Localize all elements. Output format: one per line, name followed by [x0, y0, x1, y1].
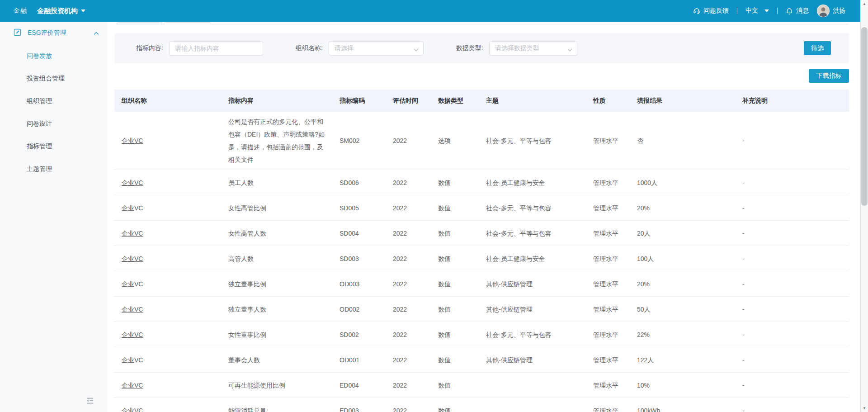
table-cell: 管理水平 — [586, 322, 630, 347]
sidebar-item-link[interactable]: 指标管理 — [0, 135, 107, 157]
table-cell: - — [735, 246, 849, 271]
table-cell: 50人 — [630, 297, 735, 322]
data-type-select[interactable]: 请选择数据类型 — [489, 41, 577, 56]
table-cell: - — [735, 373, 849, 398]
table-cell: 企业VC — [114, 373, 221, 398]
tabs-strip-clipped — [114, 22, 849, 25]
app-logo: 金融 — [14, 7, 27, 15]
column-header: 组织名称 — [114, 90, 221, 112]
table-cell: 20% — [630, 195, 735, 221]
messages-button[interactable]: 消息 — [786, 7, 809, 15]
user-menu[interactable]: 洪扬 — [817, 5, 845, 17]
table-cell: 社会-多元、平等与包容 — [479, 221, 586, 246]
tab-active-clipped[interactable] — [117, 22, 162, 25]
table-cell: 公司是否有正式的多元化、公平和包容（DEI）政策、声明或策略?如是，请描述，包括… — [221, 112, 332, 170]
org-name-link[interactable]: 企业VC — [122, 230, 143, 237]
table-cell: 管理水平 — [586, 398, 630, 412]
org-name-link[interactable]: 企业VC — [122, 356, 143, 364]
table-cell: 数值 — [431, 271, 479, 297]
tabs-baseline — [211, 24, 849, 24]
org-name-link[interactable]: 企业VC — [122, 137, 143, 144]
caret-down-icon — [764, 9, 769, 12]
org-switcher[interactable]: 金融投资机构 — [37, 7, 85, 15]
indicator-content-label: 指标内容: — [136, 44, 163, 52]
table-cell: SD006 — [332, 170, 386, 195]
table-cell: 2022 — [386, 246, 431, 271]
table-row: 企业VC公司是否有正式的多元化、公平和包容（DEI）政策、声明或策略?如是，请描… — [114, 112, 849, 170]
org-name-select-placeholder: 请选择 — [335, 44, 354, 52]
username: 洪扬 — [833, 7, 845, 15]
column-header: 性质 — [586, 90, 630, 112]
filter-data-type: 数据类型: 请选择数据类型 — [456, 41, 577, 56]
filter-button[interactable]: 筛选 — [804, 41, 831, 55]
table-cell: 10% — [630, 373, 735, 398]
divider — [737, 8, 737, 14]
org-switcher-label: 金融投资机构 — [37, 7, 78, 15]
column-header: 数据类型 — [431, 90, 479, 112]
download-indicators-button[interactable]: 下载指标 — [809, 69, 849, 83]
sidebar-item-link[interactable]: 主题管理 — [0, 157, 107, 180]
org-name-link[interactable]: 企业VC — [122, 255, 143, 262]
feedback-button[interactable]: 问题反馈 — [693, 7, 729, 15]
table-cell: OD003 — [332, 271, 386, 297]
table-row: 企业VC独立董事人数OD0022022数值其他-供应链管理管理水平50人- — [114, 297, 849, 322]
language-switcher[interactable]: 中文 — [745, 7, 769, 15]
indicators-table-wrapper: 组织名称指标内容指标编码评估时间数据类型主题性质填报结果补充说明 企业VC公司是… — [114, 90, 849, 412]
indicator-content-input[interactable] — [169, 41, 263, 56]
table-cell: 数值 — [431, 373, 479, 398]
table-cell: - — [735, 347, 849, 373]
org-name-link[interactable]: 企业VC — [122, 382, 143, 389]
org-name-link[interactable]: 企业VC — [122, 331, 143, 338]
tab-clipped[interactable] — [164, 22, 211, 25]
table-cell: 女性高管人数 — [221, 221, 332, 246]
data-type-label: 数据类型: — [456, 44, 483, 52]
sidebar-item-active[interactable]: 问卷发放 — [0, 44, 107, 67]
table-cell: 20人 — [630, 221, 735, 246]
table-cell: 100人 — [630, 246, 735, 271]
sidebar-item-link[interactable]: 组织管理 — [0, 90, 107, 112]
collapse-sidebar-button[interactable] — [84, 395, 96, 407]
table-cell: 社会-多元、平等与包容 — [479, 195, 586, 221]
messages-label: 消息 — [796, 7, 809, 15]
table-cell: 数值 — [431, 398, 479, 412]
scrollbar-thumb[interactable] — [861, 27, 868, 206]
table-row: 企业VC女性董事比例SD0022022数值社会-多元、平等与包容管理水平22%- — [114, 322, 849, 347]
scroll-down-arrow-icon[interactable]: ▼ — [861, 404, 868, 412]
indicators-table: 组织名称指标内容指标编码评估时间数据类型主题性质填报结果补充说明 企业VC公司是… — [114, 90, 849, 412]
caret-down-icon — [81, 9, 85, 12]
column-header: 指标内容 — [221, 90, 332, 112]
org-name-link[interactable]: 企业VC — [122, 306, 143, 313]
scroll-up-arrow-icon[interactable]: ▲ — [861, 0, 868, 8]
table-cell: 选项 — [431, 112, 479, 170]
filter-indicator-content: 指标内容: — [136, 41, 263, 56]
table-cell: - — [735, 170, 849, 195]
org-name-link[interactable]: 企业VC — [122, 407, 143, 412]
topbar-right-group: 问题反馈 中文 消息 洪扬 — [693, 5, 845, 17]
table-cell: 其他-供应链管理 — [479, 297, 586, 322]
table-cell: ED003 — [332, 398, 386, 412]
table-cell: 女性高管比例 — [221, 195, 332, 221]
table-cell: SD005 — [332, 195, 386, 221]
table-row: 企业VC女性高管比例SD0052022数值社会-多元、平等与包容管理水平20%- — [114, 195, 849, 221]
org-name-link[interactable]: 企业VC — [122, 179, 143, 186]
table-cell: 管理水平 — [586, 195, 630, 221]
chevron-down-icon — [414, 46, 419, 53]
column-header: 补充说明 — [735, 90, 849, 112]
bell-icon — [786, 7, 793, 15]
column-header: 主题 — [479, 90, 586, 112]
org-name-link[interactable]: 企业VC — [122, 204, 143, 212]
table-cell: 100kWh — [630, 398, 735, 412]
vertical-scrollbar[interactable]: ▲ ▼ — [860, 0, 868, 412]
table-cell: 高管人数 — [221, 246, 332, 271]
table-cell: - — [735, 112, 849, 170]
sidebar-section-esg[interactable]: ESG评价管理 — [0, 22, 107, 44]
org-name-link[interactable]: 企业VC — [122, 280, 143, 288]
sidebar-item-link[interactable]: 投资组合管理 — [0, 67, 107, 90]
table-cell: - — [735, 195, 849, 221]
sidebar-item-link[interactable]: 问卷设计 — [0, 112, 107, 135]
table-cell: SM002 — [332, 112, 386, 170]
table-cell: 管理水平 — [586, 170, 630, 195]
org-name-select[interactable]: 请选择 — [329, 41, 424, 56]
sidebar-section-label: ESG评价管理 — [28, 29, 66, 37]
column-header: 指标编码 — [332, 90, 386, 112]
